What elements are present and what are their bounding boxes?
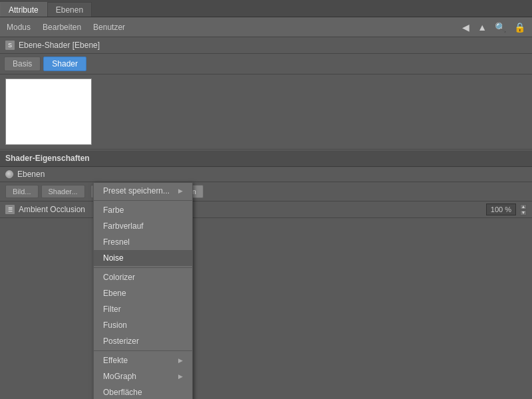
lock-icon[interactable]: 🔒 <box>511 21 528 34</box>
title-bar: S Ebene-Shader [Ebene] <box>0 37 532 54</box>
tab-basis[interactable]: Basis <box>4 57 41 71</box>
back-icon[interactable]: ◀ <box>460 21 472 34</box>
menu-item-farbe[interactable]: Farbe <box>94 202 192 218</box>
shader-dropdown-menu: Preset speichern... ▶ Farbe Farbverlauf … <box>93 182 193 399</box>
toolbar-benutzer[interactable]: Benutzer <box>90 21 128 33</box>
menu-item-effekte[interactable]: Effekte <box>94 352 192 368</box>
ebenen-row: Ebenen <box>0 167 532 182</box>
menu-separator-3 <box>94 350 192 351</box>
menu-item-colorizer[interactable]: Colorizer <box>94 269 192 285</box>
search-icon[interactable]: 🔍 <box>492 21 509 34</box>
stepper-up[interactable]: ▲ <box>520 204 527 209</box>
tab-attribute[interactable]: Attribute <box>0 2 47 17</box>
ao-icon: ☰ <box>5 205 15 214</box>
stepper-down[interactable]: ▼ <box>520 210 527 215</box>
shader-preview <box>5 78 92 145</box>
tab-ebenen[interactable]: Ebenen <box>47 2 92 17</box>
toolbar: Modus Bearbeiten Benutzer ◀ ▲ 🔍 🔒 <box>0 17 532 37</box>
preset-speichern-arrow: ▶ <box>178 188 183 194</box>
ao-row: ☰ Ambient Occlusion 100 % ▲ ▼ <box>0 201 532 218</box>
menu-item-noise[interactable]: Noise <box>94 250 192 266</box>
ebenen-label: Ebenen <box>17 170 45 179</box>
menu-item-mograph[interactable]: MoGraph <box>94 368 192 384</box>
toolbar-bearbeiten[interactable]: Bearbeiten <box>40 21 84 33</box>
menu-item-filter[interactable]: Filter <box>94 301 192 317</box>
toolbar-icon-group: ◀ ▲ 🔍 🔒 <box>460 21 528 34</box>
preview-area <box>0 74 532 150</box>
triangle-icon[interactable]: ▲ <box>475 21 489 34</box>
menu-item-fusion[interactable]: Fusion <box>94 317 192 333</box>
menu-item-preset-speichern[interactable]: Preset speichern... ▶ <box>94 183 192 199</box>
menu-item-posterizer[interactable]: Posterizer <box>94 333 192 349</box>
menu-item-fresnel[interactable]: Fresnel <box>94 234 192 250</box>
shader-button[interactable]: Shader... <box>41 185 85 198</box>
menu-item-ebene[interactable]: Ebene <box>94 285 192 301</box>
percent-stepper[interactable]: ▲ ▼ <box>520 204 527 215</box>
ebenen-radio[interactable] <box>5 170 13 178</box>
buttons-row: Bild... Shader... Preset laden ▶ Löschen… <box>0 182 532 201</box>
percent-display: 100 % <box>486 203 516 215</box>
section-header: Shader-Eigenschaften <box>0 150 532 167</box>
menu-item-oberflaeche[interactable]: Oberfläche <box>94 384 192 399</box>
menu-item-farbverlauf[interactable]: Farbverlauf <box>94 218 192 234</box>
page-title: Ebene-Shader [Ebene] <box>19 41 100 50</box>
main-tab-bar: Attribute Ebenen <box>0 0 532 17</box>
menu-separator-1 <box>94 200 192 201</box>
toolbar-modus[interactable]: Modus <box>4 21 33 33</box>
bild-button[interactable]: Bild... <box>5 185 39 198</box>
menu-separator-2 <box>94 267 192 268</box>
tab-shader[interactable]: Shader <box>43 57 86 71</box>
shader-icon: S <box>5 41 15 50</box>
sub-tab-bar: Basis Shader <box>0 54 532 74</box>
ao-label: Ambient Occlusion <box>19 205 85 214</box>
